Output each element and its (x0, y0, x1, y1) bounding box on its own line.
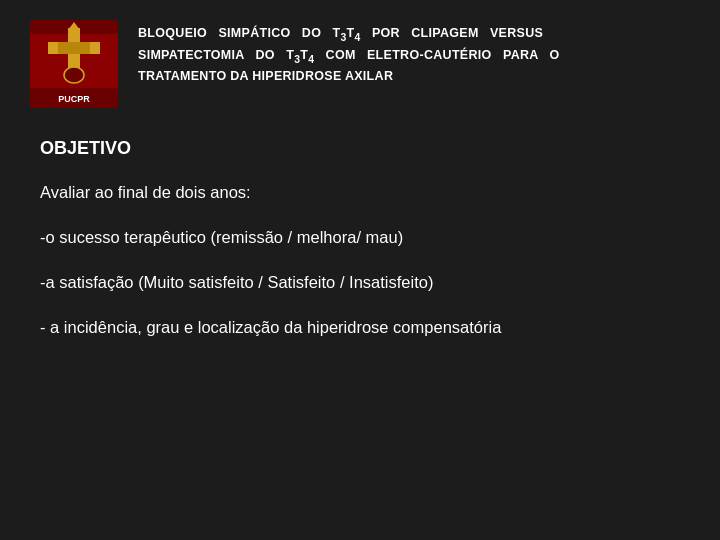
slide-container: PUCPR BLOQUEIO SIMPÁTICO DO T3T4 POR CLI… (0, 0, 720, 540)
svg-text:PUCPR: PUCPR (58, 94, 90, 104)
svg-point-8 (64, 67, 84, 83)
body-line-2: -o sucesso terapêutico (remissão / melho… (40, 226, 680, 249)
body-line-3: -a satisfação (Muito satisfeito / Satisf… (40, 271, 680, 294)
body-line-1: Avaliar ao final de dois anos: (40, 181, 680, 204)
body-line-4: - a incidência, grau e localização da hi… (40, 316, 680, 339)
title-line-2: SIMPATECTOMIA DO T3T4 COM ELETRO-CAUTÉRI… (138, 46, 560, 68)
objetivo-heading: OBJETIVO (40, 138, 690, 159)
svg-rect-7 (58, 42, 90, 54)
pucpr-logo: PUCPR (30, 20, 120, 110)
slide-header: PUCPR BLOQUEIO SIMPÁTICO DO T3T4 POR CLI… (30, 20, 690, 110)
slide-title: BLOQUEIO SIMPÁTICO DO T3T4 POR CLIPAGEM … (138, 20, 560, 87)
title-line-1: BLOQUEIO SIMPÁTICO DO T3T4 POR CLIPAGEM … (138, 24, 560, 46)
body-content: Avaliar ao final de dois anos: -o sucess… (30, 181, 690, 339)
title-line-3: TRATAMENTO DA HIPERIDROSE AXILAR (138, 67, 560, 86)
